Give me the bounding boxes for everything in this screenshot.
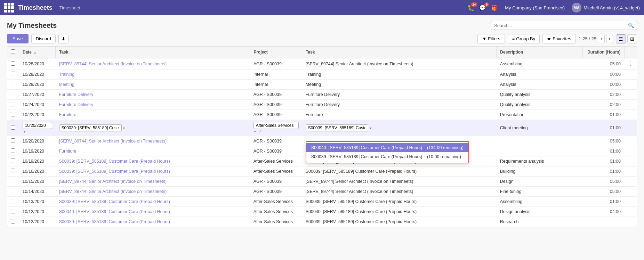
task-link[interactable]: Furniture [59, 112, 77, 117]
cell-more [624, 187, 637, 197]
th-task1[interactable]: Task [56, 47, 250, 58]
cell-task: S00039: [SERV_585189] Customer Care (Pre… [56, 166, 250, 177]
star-icon: ★ [547, 36, 551, 41]
filters-button[interactable]: ▼ Filters [477, 34, 505, 43]
cell-date: 10/28/2020 [19, 80, 56, 90]
task2-dropdown-arrow[interactable]: ▼ [368, 127, 372, 130]
cell-date: 10/19/2020 [19, 156, 56, 166]
task-link[interactable]: S00039: [SERV_585189] Customer Care (Pre… [59, 169, 170, 174]
cell-project: AGR - S00039 [250, 177, 302, 187]
row-checkbox[interactable] [11, 125, 15, 130]
save-button[interactable]: Save [7, 34, 29, 43]
th-description[interactable]: Description [497, 47, 582, 58]
row-checkbox[interactable] [11, 189, 15, 193]
row-checkbox[interactable] [11, 112, 15, 116]
task2-input[interactable] [306, 124, 368, 131]
cell-description: Assembling [497, 58, 582, 70]
search-icon[interactable]: 🔍 [628, 23, 634, 28]
pagination-next[interactable]: › [606, 35, 613, 43]
cell-date: 10/27/2020 [19, 90, 56, 100]
discard-button[interactable]: Discard [31, 34, 56, 43]
task-link[interactable]: [SERV_89744] Senior Architect (Invoice o… [59, 189, 167, 194]
row-checkbox[interactable] [11, 82, 15, 86]
th-duration[interactable]: Duration (Hours) [582, 47, 624, 58]
cell-duration: 01:00 [582, 197, 624, 207]
row-checkbox[interactable] [11, 219, 15, 224]
project-input[interactable] [253, 122, 299, 129]
cell-more [624, 166, 637, 177]
filters-label: Filters [488, 36, 500, 41]
dropdown-option[interactable]: S00040: [SERV_585189] Customer Care (Pre… [306, 143, 468, 152]
th-date[interactable]: Date ▲ [19, 47, 56, 58]
cell-description: Analysis [497, 70, 582, 80]
download-button[interactable]: ⬇ [58, 34, 69, 43]
row-checkbox[interactable] [11, 169, 15, 173]
cell-task2: S00040: [SERV_585189] Customer Care (Pre… [302, 136, 497, 146]
th-checkbox [7, 47, 19, 58]
cell-task2: [SERV_89744] Senior Architect (Invoice o… [302, 58, 497, 70]
project-dropdown-arrow[interactable]: ▼ [253, 130, 257, 133]
th-project[interactable]: Project [250, 47, 302, 58]
task-dropdown-arrow[interactable]: ▼ [122, 127, 126, 130]
cell-more [624, 207, 637, 217]
task-link[interactable]: Furniture Delivery [59, 102, 94, 107]
cell-date: 10/28/2020 [19, 70, 56, 80]
table-container: Date ▲ Task Project Task Description Dur… [7, 46, 637, 227]
topnav: Timesheets Timesheet 🐛 24 💬 5 🎁 My Compa… [0, 0, 644, 15]
search-input[interactable] [494, 23, 628, 28]
search-bar: 🔍 [491, 21, 637, 30]
cell-task2: Furniture Delivery [302, 90, 497, 100]
kanban-view-button[interactable]: ⊞ [627, 34, 637, 43]
row-checkbox[interactable] [11, 102, 15, 106]
date-dropdown-arrow[interactable]: ▼ [23, 130, 26, 133]
row-checkbox[interactable] [11, 148, 15, 153]
row-checkbox[interactable] [11, 199, 15, 203]
row-checkbox[interactable] [11, 209, 15, 213]
task-link[interactable]: S00040: [SERV_585189] Customer Care (Pre… [59, 209, 170, 214]
task-link[interactable]: S00039: [SERV_585189] Customer Care (Pre… [59, 199, 170, 204]
row-checkbox[interactable] [11, 179, 15, 183]
task-input[interactable] [59, 124, 122, 131]
task-link[interactable]: Meeting [59, 82, 74, 87]
row-checkbox[interactable] [11, 159, 15, 163]
groupby-button[interactable]: ≡ Group By [508, 34, 540, 43]
pagination: 1-25 / 25 ‹ › [579, 35, 613, 43]
task-link[interactable]: Furniture Delivery [59, 92, 94, 97]
dropdown-option[interactable]: S00039: [SERV_585189] Customer Care (Pre… [306, 152, 468, 161]
external-link-icon[interactable]: ↗ [257, 129, 261, 133]
view-icons: ☰ ⊞ [616, 34, 637, 43]
company-name[interactable]: My Company (San Francisco) [505, 5, 565, 10]
select-all-checkbox[interactable] [11, 49, 15, 54]
more-options-icon[interactable]: ⋮ [628, 61, 633, 67]
pagination-prev[interactable]: ‹ [598, 35, 605, 43]
row-checkbox[interactable] [11, 138, 15, 143]
cell-date: 10/12/2020 [19, 217, 56, 227]
gift-icon[interactable]: 🎁 [491, 5, 498, 11]
row-checkbox[interactable] [11, 61, 15, 66]
task-link[interactable]: S00039: [SERV_585189] Customer Care (Pre… [59, 159, 170, 164]
cell-project: AGR - S00039 [250, 136, 302, 146]
cell-task: Furniture Delivery [56, 100, 250, 110]
date-input[interactable] [23, 122, 52, 129]
bug-icon[interactable]: 🐛 24 [467, 5, 474, 11]
cell-task2: [SERV_89744] Senior Architect (Invoice o… [302, 187, 497, 197]
th-task2[interactable]: Task [302, 47, 497, 58]
task-link[interactable]: S00039: [SERV_585189] Customer Care (Pre… [59, 219, 170, 224]
task-link[interactable]: Training [59, 72, 75, 77]
task-link[interactable]: Furniture [59, 149, 77, 154]
favorites-button[interactable]: ★ Favorites [542, 34, 575, 43]
cell-description: Requirements analysis [497, 156, 582, 166]
row-checkbox[interactable] [11, 72, 15, 76]
task-link[interactable]: [SERV_89744] Senior Architect (Invoice o… [59, 139, 167, 144]
app-menu-icon[interactable] [4, 3, 14, 13]
page: My Timesheets 🔍 Save Discard ⬇ ▼ Filters… [0, 15, 644, 233]
cell-more [624, 80, 637, 90]
favorites-label: Favorites [553, 36, 571, 41]
list-view-button[interactable]: ☰ [616, 34, 626, 43]
task-link[interactable]: [SERV_89744] Senior Architect (Invoice o… [59, 179, 167, 184]
row-checkbox[interactable] [11, 92, 15, 96]
chat-icon[interactable]: 💬 5 [479, 5, 486, 11]
task-link[interactable]: [SERV_89744] Senior Architect (Invoice o… [59, 62, 167, 66]
user-menu[interactable]: MA Mitchell Admin (v14_widget) [572, 3, 640, 13]
cell-duration: 05:00 [582, 136, 624, 146]
